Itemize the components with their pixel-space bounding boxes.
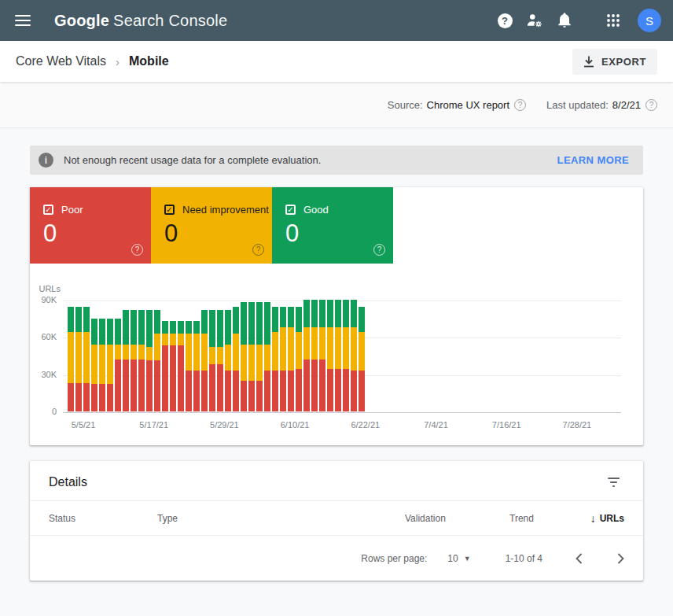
stacked-bar[interactable] <box>319 300 325 411</box>
breadcrumb-root[interactable]: Core Web Vitals <box>16 54 106 68</box>
stacked-bar[interactable] <box>131 310 137 411</box>
stacked-bar[interactable] <box>359 307 365 411</box>
bar-segment-good <box>201 310 208 334</box>
stacked-bar[interactable] <box>154 310 160 411</box>
poor-help-icon[interactable]: ? <box>131 244 143 256</box>
stacked-bar[interactable] <box>68 307 74 411</box>
report-meta-bar: Source: Chrome UX report ? Last updated:… <box>0 82 673 128</box>
manage-users-button[interactable] <box>520 6 550 35</box>
stacked-bar[interactable] <box>186 321 192 411</box>
bar-segment-need-improvement <box>311 327 318 360</box>
checkbox-checked-icon[interactable]: ✓ <box>164 205 175 215</box>
bar-segment-need-improvement <box>154 334 160 361</box>
bar-segment-need-improvement <box>123 345 129 360</box>
stacked-bar[interactable] <box>327 300 333 411</box>
bar-segment-poor <box>146 360 153 411</box>
bar-segment-good <box>115 319 121 345</box>
help-icon: ? <box>498 13 513 28</box>
stacked-bar[interactable] <box>264 302 270 411</box>
bar-segment-good <box>233 307 239 333</box>
filter-icon[interactable] <box>605 474 623 490</box>
stacked-bar[interactable] <box>138 310 145 411</box>
column-trend[interactable]: Trend <box>509 513 590 524</box>
stacked-bar[interactable] <box>201 310 208 411</box>
account-avatar[interactable]: S <box>638 9 661 32</box>
last-updated-help-icon[interactable]: ? <box>645 99 657 111</box>
stacked-bar[interactable] <box>343 300 349 411</box>
bar-segment-poor <box>99 384 105 411</box>
stacked-bar[interactable] <box>146 310 153 411</box>
bar-segment-good <box>146 310 153 347</box>
stacked-bar[interactable] <box>178 321 184 411</box>
export-button[interactable]: EXPORT <box>572 49 657 75</box>
bar-segment-need-improvement <box>217 347 223 364</box>
help-button[interactable]: ? <box>490 6 520 35</box>
apps-button[interactable] <box>598 6 628 35</box>
bar-segment-good <box>68 307 74 332</box>
need-improvement-card[interactable]: ✓ Need improvement 0 ? <box>151 187 272 264</box>
stacked-bar[interactable] <box>303 300 310 411</box>
gridline-0 <box>63 412 621 413</box>
stacked-bar[interactable] <box>311 300 318 411</box>
stacked-bar[interactable] <box>115 319 121 411</box>
breadcrumb-current: Mobile <box>129 54 169 68</box>
chart-plot-area <box>63 301 621 412</box>
bar-segment-poor <box>272 371 278 411</box>
poor-card[interactable]: ✓ Poor 0 ? <box>30 187 151 264</box>
stacked-bar[interactable] <box>83 307 90 411</box>
stacked-bar[interactable] <box>123 310 129 411</box>
source-help-icon[interactable]: ? <box>514 99 526 111</box>
stacked-bar[interactable] <box>193 321 200 411</box>
stacked-bar[interactable] <box>233 307 239 411</box>
stacked-bar[interactable] <box>99 319 105 411</box>
stacked-bar[interactable] <box>170 321 176 411</box>
menu-icon-bar <box>15 15 31 17</box>
checkbox-checked-icon[interactable]: ✓ <box>43 205 53 215</box>
stacked-bar[interactable] <box>241 302 247 411</box>
bar-segment-need-improvement <box>351 327 357 371</box>
stacked-bar[interactable] <box>217 310 223 411</box>
learn-more-link[interactable]: LEARN MORE <box>557 154 629 166</box>
next-page-button[interactable] <box>616 551 626 566</box>
stacked-bar[interactable] <box>162 321 168 411</box>
bar-segment-need-improvement <box>107 345 113 384</box>
column-status[interactable]: Status <box>49 513 157 524</box>
stacked-bar[interactable] <box>248 302 255 411</box>
stacked-bar[interactable] <box>288 307 294 411</box>
stacked-bar[interactable] <box>351 300 357 411</box>
app-logo: Google Search Console <box>54 12 227 30</box>
bar-segment-good <box>319 300 325 327</box>
stacked-bar[interactable] <box>335 300 341 411</box>
checkbox-checked-icon[interactable]: ✓ <box>285 205 296 215</box>
bar-segment-poor <box>123 360 129 411</box>
stacked-bar[interactable] <box>272 307 278 411</box>
bar-segment-good <box>280 307 286 326</box>
previous-page-button[interactable] <box>574 551 584 566</box>
stacked-bar[interactable] <box>91 319 97 411</box>
notifications-button[interactable] <box>550 6 579 35</box>
rows-per-page-select[interactable]: 10 ▼ <box>447 553 470 564</box>
details-header: Details <box>30 461 643 500</box>
good-card[interactable]: ✓ Good 0 ? <box>272 187 393 264</box>
bar-segment-poor <box>217 364 223 411</box>
menu-icon[interactable] <box>15 15 31 26</box>
stacked-bar[interactable] <box>256 302 263 411</box>
stacked-bar[interactable] <box>280 307 286 411</box>
stacked-bar[interactable] <box>107 319 113 411</box>
x-tick-label: 6/10/21 <box>281 420 310 430</box>
stacked-bar[interactable] <box>296 307 302 411</box>
bar-segment-need-improvement <box>75 332 82 383</box>
bar-segment-poor <box>359 371 365 411</box>
bar-segment-good <box>327 300 333 327</box>
need-improvement-help-icon[interactable]: ? <box>252 244 264 256</box>
bar-segment-good <box>241 302 247 345</box>
bar-segment-good <box>272 307 278 332</box>
column-validation[interactable]: Validation <box>405 513 509 524</box>
stacked-bar[interactable] <box>75 307 82 411</box>
stacked-bar[interactable] <box>225 310 231 411</box>
good-help-icon[interactable]: ? <box>373 244 385 256</box>
stacked-bar[interactable] <box>209 310 215 411</box>
bar-segment-poor <box>256 381 263 411</box>
column-type[interactable]: Type <box>157 513 405 524</box>
column-urls-sort[interactable]: ↓ URLs <box>590 512 624 525</box>
